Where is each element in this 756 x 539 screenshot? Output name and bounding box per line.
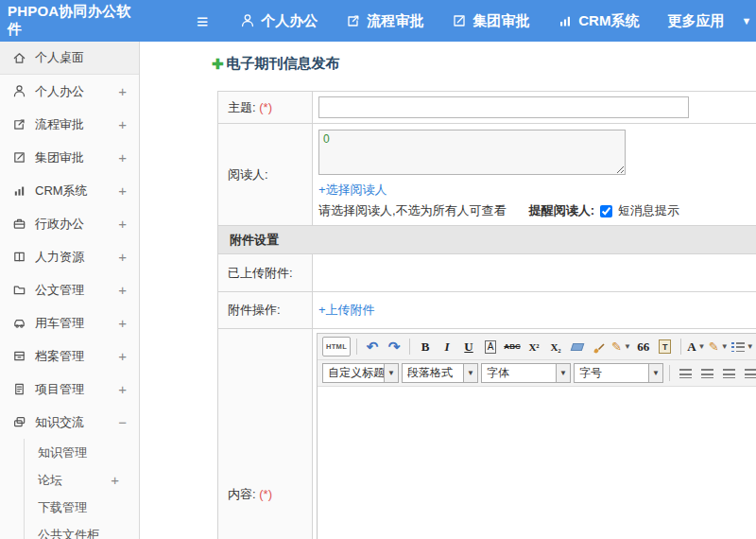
readers-value-cell: 0 +选择阅读人 请选择阅读人,不选为所有人可查看 提醒阅读人: 短消息提示 — [313, 124, 756, 226]
edit-square-icon — [12, 150, 35, 165]
sidebar-subitem-label: 论坛 — [38, 472, 62, 489]
sidebar-subitem-label: 公共文件柜 — [38, 527, 99, 539]
paste-as-text-button[interactable]: T — [656, 337, 675, 356]
sms-remind-checkbox[interactable] — [600, 205, 612, 217]
sidebar-item-human-resources[interactable]: 人力资源 + — [0, 240, 139, 273]
auto-format-dropdown[interactable]: ✎▼ — [611, 337, 631, 356]
expand-icon[interactable]: + — [118, 381, 127, 397]
align-left-button[interactable] — [676, 363, 695, 383]
redo-button[interactable]: ↷ — [385, 337, 404, 356]
chat-icon — [12, 415, 35, 429]
briefcase-icon — [12, 217, 35, 231]
sidebar-item-admin-office[interactable]: 行政办公 + — [0, 207, 139, 240]
expand-icon[interactable]: + — [118, 282, 127, 298]
expand-icon[interactable]: + — [118, 149, 127, 165]
undo-button[interactable]: ↶ — [363, 337, 382, 356]
sidebar-item-label: 知识交流 — [35, 414, 84, 431]
align-right-button[interactable] — [719, 363, 738, 383]
expand-icon[interactable]: + — [118, 315, 127, 331]
subject-input[interactable] — [318, 96, 689, 118]
chevron-down-icon: ▼ — [698, 342, 706, 351]
remove-format-button[interactable] — [568, 337, 587, 356]
edit-square-icon — [452, 13, 467, 28]
app-logo[interactable]: PHPOA协同办公软件 — [0, 3, 142, 39]
chevron-down-icon: ▼ — [721, 342, 729, 351]
topnav-label: 个人办公 — [261, 12, 318, 30]
sidebar-item-archive-management[interactable]: 档案管理 + — [0, 339, 139, 373]
sidebar-item-personal-desktop[interactable]: 个人桌面 — [0, 42, 139, 75]
home-icon — [12, 51, 35, 65]
uploaded-attachments-label: 已上传附件: — [228, 266, 293, 280]
font-frame-button[interactable]: A — [485, 340, 497, 354]
sidebar-subitem-download-management[interactable]: 下载管理 — [25, 494, 139, 521]
expand-icon[interactable]: + — [111, 472, 128, 488]
sidebar-item-knowledge-exchange[interactable]: 知识交流 − — [0, 406, 139, 439]
topnav-crm-system[interactable]: CRM系统 — [558, 12, 639, 30]
expand-icon[interactable]: + — [118, 83, 127, 99]
top-bar: PHPOA协同办公软件 ≡ 个人办公 流程审批 集团审批 CRM系统 — [0, 0, 756, 42]
sidebar-item-group-approval[interactable]: 集团审批 + — [0, 141, 139, 174]
book-icon — [12, 250, 35, 264]
collapse-icon[interactable]: − — [118, 414, 127, 430]
chevron-down-icon[interactable]: ▼ — [741, 15, 751, 26]
align-center-button[interactable] — [697, 363, 716, 383]
expand-icon[interactable]: + — [118, 249, 127, 265]
bold-button[interactable]: B — [416, 337, 435, 356]
sidebar-item-document-management[interactable]: 公文管理 + — [0, 273, 139, 306]
html-source-button[interactable]: HTML — [322, 337, 351, 356]
italic-button[interactable]: I — [438, 337, 456, 356]
font-color-dropdown[interactable]: A▼ — [687, 337, 706, 356]
ordered-list-dropdown[interactable]: ▼ — [731, 337, 754, 356]
expand-icon[interactable]: + — [118, 348, 127, 364]
strikethrough-button[interactable]: ABC — [503, 337, 522, 356]
sidebar-subitem-public-file-cabinet[interactable]: 公共文件柜 — [25, 521, 139, 539]
chevron-down-icon: ▼ — [747, 342, 754, 351]
superscript-button[interactable]: X² — [524, 337, 543, 356]
blockquote-button[interactable]: 66 — [634, 337, 653, 356]
topnav-group-approval[interactable]: 集团审批 — [452, 12, 529, 30]
sidebar-item-label: 公文管理 — [35, 282, 84, 299]
page-title: ✚ 电子期刊信息发布 — [212, 55, 340, 73]
topnav-personal-office[interactable]: 个人办公 — [240, 12, 318, 30]
underline-button[interactable]: U — [459, 337, 478, 356]
select-readers-link[interactable]: +选择阅读人 — [318, 182, 387, 199]
hamburger-menu-icon[interactable]: ≡ — [197, 11, 208, 31]
person-icon — [12, 84, 35, 98]
editor-content-area[interactable] — [318, 387, 756, 539]
topnav-more-apps[interactable]: 更多应用 — [667, 12, 724, 30]
select-value: 字体 — [482, 365, 556, 381]
content-label-cell: 内容: (*) — [218, 329, 313, 539]
rich-text-editor: HTML ↶ ↷ B I U A ABC X² X₂ — [317, 333, 756, 539]
sidebar-item-personal-office[interactable]: 个人办公 + — [0, 75, 139, 108]
knowledge-exchange-submenu: 知识管理 论坛 + 下载管理 公共文件柜 — [24, 439, 139, 539]
topnav-workflow-approval[interactable]: 流程审批 — [346, 12, 423, 30]
subscript-button[interactable]: X₂ — [546, 337, 565, 356]
attachment-ops-label: 附件操作: — [228, 303, 281, 317]
expand-icon[interactable]: + — [118, 183, 127, 199]
sidebar-item-vehicle-management[interactable]: 用车管理 + — [0, 306, 139, 339]
upload-attachment-link[interactable]: +上传附件 — [318, 303, 375, 317]
font-family-select[interactable]: 字体▼ — [481, 363, 571, 383]
sidebar-item-workflow-approval[interactable]: 流程审批 + — [0, 108, 139, 141]
attachment-section-header: 附件设置 — [218, 226, 756, 254]
sidebar-item-project-management[interactable]: 项目管理 + — [0, 373, 139, 406]
sidebar-item-crm-system[interactable]: CRM系统 + — [0, 174, 139, 207]
readers-row: 阅读人: 0 +选择阅读人 请选择阅读人,不选为所有人可查看 提醒阅读人: 短消… — [218, 124, 756, 226]
sidebar-subitem-forum[interactable]: 论坛 + — [25, 466, 139, 494]
readers-textarea[interactable]: 0 — [318, 130, 626, 175]
sidebar-item-label: 流程审批 — [35, 116, 84, 133]
format-brush-button[interactable] — [590, 337, 609, 356]
sidebar-subitem-knowledge-management[interactable]: 知识管理 — [25, 439, 139, 466]
expand-icon[interactable]: + — [118, 216, 127, 232]
justify-button[interactable] — [741, 363, 756, 383]
select-value: 自定义标题 — [323, 365, 384, 381]
paragraph-format-select[interactable]: 段落格式▼ — [402, 363, 478, 383]
chevron-down-icon: ▼ — [556, 364, 570, 382]
workflow-share-icon — [12, 117, 35, 131]
custom-heading-select[interactable]: 自定义标题▼ — [322, 363, 399, 383]
expand-icon[interactable]: + — [118, 116, 127, 132]
archive-icon — [12, 349, 35, 363]
font-size-select[interactable]: 字号▼ — [574, 363, 663, 383]
highlight-color-dropdown[interactable]: ✎▼ — [709, 337, 729, 356]
subject-value-cell — [313, 92, 756, 124]
